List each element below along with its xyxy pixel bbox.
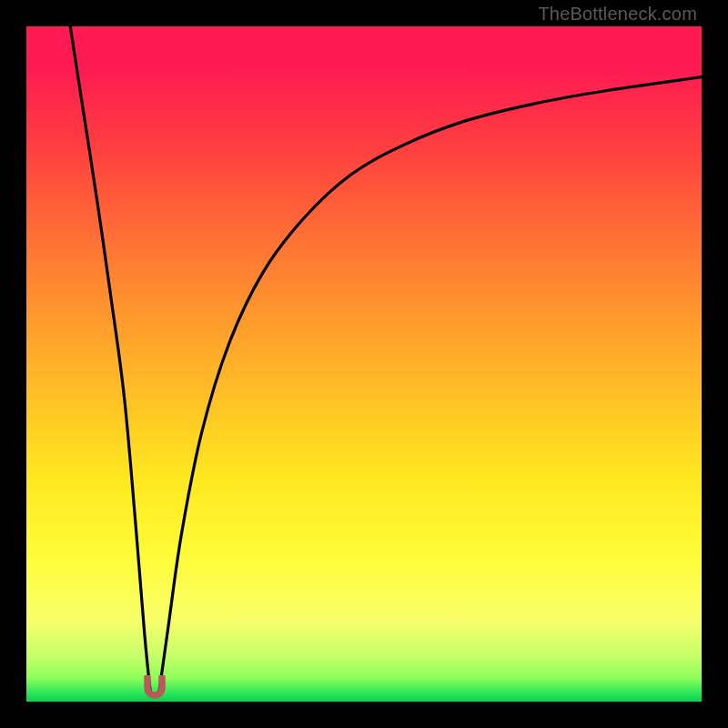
- u-shape-icon: [144, 675, 166, 701]
- curve-layer: [26, 26, 702, 702]
- left-branch-curve: [70, 26, 150, 695]
- outer-frame: TheBottleneck.com: [0, 0, 728, 728]
- right-branch-curve: [158, 77, 702, 695]
- watermark-text: TheBottleneck.com: [538, 4, 697, 25]
- bottleneck-marker: [144, 675, 166, 701]
- plot-area: [26, 26, 702, 702]
